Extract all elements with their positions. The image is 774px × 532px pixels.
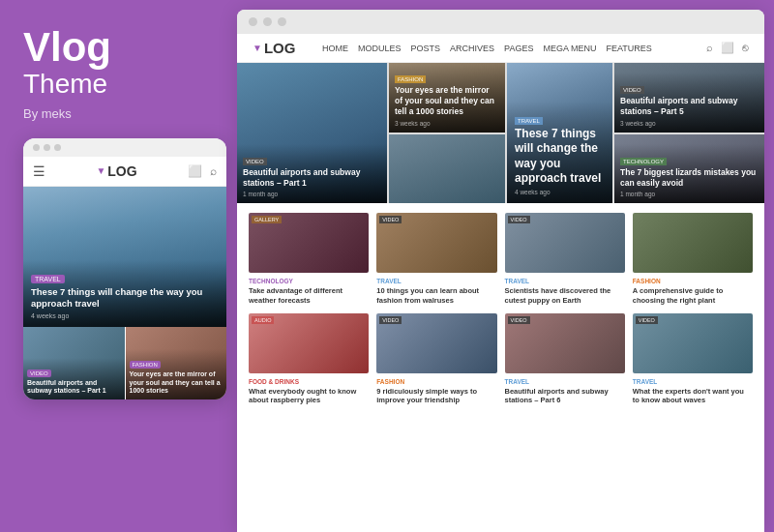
mobile-hero-date: 4 weeks ago [31, 312, 219, 319]
grid-thumb-7: VIDEO [505, 313, 625, 373]
mobile-grid-overlay-1: VIDEO Beautiful airports and subway stat… [23, 358, 125, 399]
hero-center-overlay: TRAVEL These 7 things will change the wa… [507, 102, 612, 203]
mobile-grid-overlay-2: FASHION Your eyes are the mirror of your… [126, 349, 227, 399]
hero-center-tag: TRAVEL [515, 117, 543, 125]
mobile-grid-tag-1: VIDEO [27, 369, 51, 377]
hero-col1: VIDEO Beautiful airports and subway stat… [237, 63, 387, 203]
nav-modules[interactable]: MODULES [358, 44, 402, 53]
mobile-logo: ▼ LOG [51, 163, 182, 179]
hero-card-1[interactable]: VIDEO Beautiful airports and subway stat… [237, 63, 387, 203]
brand-subtitle: Theme [23, 68, 214, 101]
mobile-search-icon[interactable]: ⌕ [210, 164, 217, 178]
grid-category-7: TRAVEL [505, 378, 625, 385]
left-panel: Vlog Theme By meks ☰ ▼ LOG ⬜ ⌕ [0, 0, 237, 532]
grid-category-5: FOOD & DRINKS [249, 378, 369, 385]
grid-thumb-tag-1: GALLERY [252, 216, 282, 223]
site-logo-triangle: ▼ [253, 43, 262, 53]
mobile-grid-title-1: Beautiful airports and subway stations –… [27, 379, 121, 396]
browser-content: ▼ LOG HOME MODULES POSTS ARCHIVES PAGES … [237, 34, 764, 532]
hero-center-title: These 7 things will change the way you a… [515, 127, 605, 187]
browser-dot-3 [278, 17, 286, 26]
monitor-icon[interactable]: ⬜ [721, 42, 734, 54]
hero-overlay-4: VIDEO Beautiful airports and subway stat… [614, 73, 764, 132]
hero-section: VIDEO Beautiful airports and subway stat… [237, 63, 764, 203]
grid-thumb-1: GALLERY [249, 213, 369, 273]
mobile-hero-title: These 7 things will change the way you a… [31, 286, 219, 310]
hero-card-center[interactable]: TRAVEL These 7 things will change the wa… [507, 63, 612, 203]
hero-date-1: 1 month ago [243, 191, 381, 197]
grid-item-4[interactable]: FASHION A comprehensive guide to choosin… [633, 213, 753, 306]
search-icon[interactable]: ⌕ [706, 42, 713, 54]
grid-category-2: TRAVEL [376, 278, 496, 284]
grid-item-3[interactable]: VIDEO TRAVEL Scientists have discovered … [505, 213, 625, 306]
mobile-nav: ☰ ▼ LOG ⬜ ⌕ [23, 157, 226, 187]
nav-pages[interactable]: PAGES [504, 44, 533, 53]
grid-title-4: A comprehensive guide to choosing the ri… [633, 286, 753, 306]
grid-row-1: GALLERY TECHNOLOGY Take advantage of dif… [249, 213, 753, 306]
nav-archives[interactable]: ARCHIVES [450, 44, 494, 53]
grid-thumb-tag-2: VIDEO [379, 216, 402, 223]
grid-item-6[interactable]: VIDEO FASHION 9 ridiculously simple ways… [376, 313, 496, 406]
mobile-hero-tag: TRAVEL [31, 275, 65, 283]
mobile-grid: VIDEO Beautiful airports and subway stat… [23, 327, 226, 399]
mobile-grid-item-1: VIDEO Beautiful airports and subway stat… [23, 327, 126, 399]
grid-thumb-tag-5: AUDIO [252, 316, 274, 324]
mobile-dot-3 [54, 144, 61, 151]
mobile-monitor-icon[interactable]: ⬜ [188, 164, 202, 178]
grid-item-7[interactable]: VIDEO TRAVEL Beautiful airports and subw… [505, 313, 625, 406]
mobile-mockup: ☰ ▼ LOG ⬜ ⌕ TRAVEL These 7 things will c… [23, 138, 226, 399]
grid-item-2[interactable]: VIDEO TRAVEL 10 things you can learn abo… [376, 213, 496, 306]
hero-date-2: 3 weeks ago [395, 120, 499, 127]
hero-card-2[interactable]: FASHION Your eyes are the mirror of your… [389, 63, 505, 133]
mobile-logo-text: LOG [107, 163, 136, 179]
hero-date-5: 1 month ago [620, 191, 759, 197]
nav-home[interactable]: HOME [322, 44, 348, 53]
grid-item-1[interactable]: GALLERY TECHNOLOGY Take advantage of dif… [249, 213, 369, 306]
grid-thumb-8: VIDEO [633, 313, 753, 373]
grid-item-5[interactable]: AUDIO FOOD & DRINKS What everybody ought… [249, 313, 369, 406]
grid-title-7: Beautiful airports and subway stations –… [505, 387, 625, 406]
hero-title-1: Beautiful airports and subway stations –… [243, 167, 381, 189]
hero-title-4: Beautiful airports and subway stations –… [620, 96, 759, 117]
grid-thumb-4 [633, 213, 753, 273]
hero-tag-4: VIDEO [620, 86, 644, 94]
grid-section: GALLERY TECHNOLOGY Take advantage of dif… [237, 203, 764, 532]
mobile-hero-overlay: TRAVEL These 7 things will change the wa… [23, 260, 226, 327]
grid-category-4: FASHION [633, 278, 753, 284]
logo-triangle: ▼ [96, 165, 105, 176]
mobile-grid-item-2: FASHION Your eyes are the mirror of your… [126, 327, 227, 399]
grid-thumb-tag-6: VIDEO [379, 316, 402, 324]
grid-title-1: Take advantage of different weather fore… [249, 286, 369, 306]
browser-chrome-bar [237, 10, 764, 34]
hero-tag-5: TECHNOLOGY [620, 158, 667, 165]
grid-row-2: AUDIO FOOD & DRINKS What everybody ought… [249, 313, 753, 406]
grid-thumb-tag-3: VIDEO [508, 216, 530, 223]
hero-col-left-sub: FASHION Your eyes are the mirror of your… [389, 63, 505, 203]
site-logo-text: LOG [264, 40, 296, 56]
nav-features[interactable]: FEATURES [606, 44, 651, 53]
hero-tag-2: FASHION [395, 75, 426, 83]
mobile-hero: TRAVEL These 7 things will change the wa… [23, 187, 226, 327]
share-icon[interactable]: ⎋ [742, 42, 749, 54]
hero-overlay-1: VIDEO Beautiful airports and subway stat… [237, 144, 387, 203]
hero-spacer [389, 134, 505, 204]
grid-item-8[interactable]: VIDEO TRAVEL What the experts don't want… [633, 313, 753, 406]
hero-card-4[interactable]: VIDEO Beautiful airports and subway stat… [614, 63, 764, 133]
site-nav: HOME MODULES POSTS ARCHIVES PAGES MEGA M… [322, 44, 695, 53]
hero-overlay-2: FASHION Your eyes are the mirror of your… [389, 63, 505, 133]
mobile-icons: ⬜ ⌕ [188, 164, 217, 178]
nav-mega-menu[interactable]: MEGA MENU [543, 44, 596, 53]
grid-title-6: 9 ridiculously simple ways to improve yo… [376, 387, 496, 406]
hero-overlay-5: TECHNOLOGY The 7 biggest lizards mistake… [614, 144, 764, 203]
grid-title-2: 10 things you can learn about fashion fr… [376, 286, 496, 306]
grid-category-3: TRAVEL [505, 278, 625, 284]
grid-thumb-6: VIDEO [376, 313, 496, 373]
mobile-top-bar [23, 138, 226, 157]
grid-thumb-3: VIDEO [505, 213, 625, 273]
hero-center-date: 4 weeks ago [515, 189, 605, 195]
hamburger-icon[interactable]: ☰ [33, 163, 45, 179]
grid-thumb-tag-7: VIDEO [508, 316, 530, 324]
nav-posts[interactable]: POSTS [411, 44, 441, 53]
grid-category-8: TRAVEL [633, 378, 753, 385]
hero-card-5[interactable]: TECHNOLOGY The 7 biggest lizards mistake… [614, 134, 764, 204]
